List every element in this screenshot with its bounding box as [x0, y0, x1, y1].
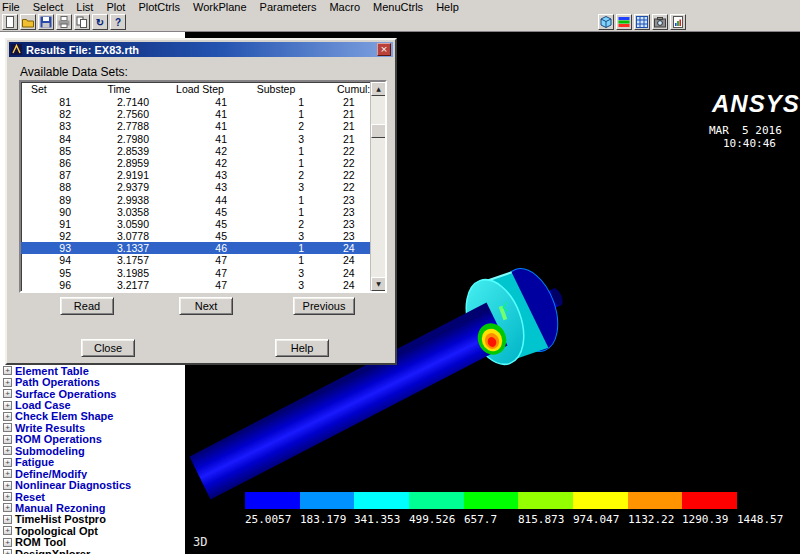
dataset-row[interactable]: 91 3.0590 45 2 23 — [21, 218, 370, 230]
cell-substep: 2 — [239, 120, 313, 132]
main-menu-item[interactable]: + Check Elem Shape — [1, 411, 185, 422]
report-icon[interactable] — [670, 14, 686, 30]
cell-substep: 1 — [239, 194, 313, 206]
close-button[interactable]: Close — [81, 339, 135, 357]
expand-plus-icon[interactable]: + — [3, 549, 12, 554]
scroll-down-icon[interactable]: ▼ — [371, 277, 386, 291]
main-menu-item[interactable]: + TimeHist Postpro — [1, 514, 185, 525]
dataset-row[interactable]: 81 2.7140 41 1 21 — [21, 96, 370, 108]
main-menu-item-label: Path Operations — [15, 376, 100, 387]
menu-item[interactable]: WorkPlane — [193, 1, 247, 13]
main-menu-item[interactable]: + Path Operations — [1, 376, 185, 387]
contour-plot-icon[interactable] — [616, 14, 632, 30]
legend-value-label: 657.7 — [464, 513, 497, 526]
dataset-row[interactable]: 90 3.0358 45 1 23 — [21, 206, 370, 218]
close-icon[interactable]: × — [377, 43, 391, 56]
main-menu-item[interactable]: + Define/Modify — [1, 468, 185, 479]
expand-plus-icon[interactable]: + — [3, 503, 12, 512]
dataset-row[interactable]: 86 2.8959 42 1 22 — [21, 157, 370, 169]
copy-icon[interactable] — [74, 14, 90, 30]
main-menu-item[interactable]: + ROM Tool — [1, 537, 185, 548]
expand-plus-icon[interactable]: + — [3, 423, 12, 432]
expand-plus-icon[interactable]: + — [3, 446, 12, 455]
expand-plus-icon[interactable]: + — [3, 515, 12, 524]
column-header: Time — [77, 82, 161, 96]
menu-item[interactable]: Macro — [329, 1, 360, 13]
menu-item[interactable]: PlotCtrls — [138, 1, 180, 13]
help-icon[interactable]: ? — [110, 14, 126, 30]
main-menu-item[interactable]: + Reset — [1, 491, 185, 502]
dataset-row[interactable]: 89 2.9938 44 1 23 — [21, 194, 370, 206]
next-button[interactable]: Next — [179, 297, 233, 315]
menu-item[interactable]: MenuCtrls — [373, 1, 423, 13]
menu-item[interactable]: Help — [436, 1, 459, 13]
main-menu-item[interactable]: + ROM Operations — [1, 434, 185, 445]
menu-item[interactable]: List — [76, 1, 93, 13]
dataset-row[interactable]: 82 2.7560 41 1 21 — [21, 108, 370, 120]
cell-load-step: 42 — [161, 157, 239, 169]
cell-time: 3.1757 — [77, 254, 161, 266]
expand-plus-icon[interactable]: + — [3, 378, 12, 387]
menu-item[interactable]: Parameters — [260, 1, 317, 13]
dataset-row[interactable]: 96 3.2177 47 3 24 — [21, 279, 370, 291]
scroll-up-icon[interactable]: ▲ — [371, 82, 386, 96]
list-scrollbar[interactable]: ▲ ▼ — [370, 82, 385, 291]
cell-load-step: 47 — [161, 279, 239, 291]
main-menu-item[interactable]: + Submodeling — [1, 445, 185, 456]
expand-plus-icon[interactable]: + — [3, 526, 12, 535]
column-header: Load Step — [161, 82, 239, 96]
main-menu-item[interactable]: + Surface Operations — [1, 388, 185, 399]
dataset-row[interactable]: 95 3.1985 47 3 24 — [21, 267, 370, 279]
main-menu-item[interactable]: + Manual Rezoning — [1, 502, 185, 513]
dataset-row[interactable]: 93 3.1337 46 1 24 — [21, 242, 370, 254]
main-menu-item[interactable]: + Nonlinear Diagnostics — [1, 479, 185, 490]
expand-plus-icon[interactable]: + — [3, 412, 12, 421]
expand-plus-icon[interactable]: + — [3, 458, 12, 467]
expand-plus-icon[interactable]: + — [3, 492, 12, 501]
cell-substep: 1 — [239, 157, 313, 169]
expand-plus-icon[interactable]: + — [3, 389, 12, 398]
refresh-icon[interactable]: ↻ — [92, 14, 108, 30]
expand-plus-icon[interactable]: + — [3, 538, 12, 547]
expand-plus-icon[interactable]: + — [3, 469, 12, 478]
menu-item[interactable]: Select — [33, 1, 64, 13]
iso-view-icon[interactable] — [598, 14, 614, 30]
dataset-row[interactable]: 83 2.7788 41 2 21 — [21, 120, 370, 132]
previous-button[interactable]: Previous — [293, 297, 355, 315]
menu-item[interactable]: File — [2, 1, 20, 13]
help-button[interactable]: Help — [275, 339, 329, 357]
main-menu-item-label: Manual Rezoning — [15, 502, 105, 513]
main-menu-item-label: Load Case — [15, 399, 71, 410]
read-button[interactable]: Read — [60, 297, 114, 315]
expand-plus-icon[interactable]: + — [3, 481, 12, 490]
main-menu-item[interactable]: + Fatigue — [1, 457, 185, 468]
main-menu-item[interactable]: + Load Case — [1, 399, 185, 410]
scrollbar-thumb[interactable] — [371, 124, 386, 138]
main-menu-item[interactable]: + DesignXplorer — [1, 548, 185, 554]
main-menu-item[interactable]: + Write Results — [1, 422, 185, 433]
expand-plus-icon[interactable]: + — [3, 366, 12, 375]
dataset-row[interactable]: 85 2.8539 42 1 22 — [21, 145, 370, 157]
expand-plus-icon[interactable]: + — [3, 401, 12, 410]
menu-item[interactable]: Plot — [106, 1, 125, 13]
capture-image-icon[interactable] — [652, 14, 668, 30]
dataset-row[interactable]: 94 3.1757 47 1 24 — [21, 254, 370, 266]
mesh-plot-icon[interactable] — [634, 14, 650, 30]
main-menu-item[interactable]: + Topological Opt — [1, 525, 185, 536]
dataset-row[interactable]: 88 2.9379 43 3 22 — [21, 181, 370, 193]
cell-load-step: 46 — [161, 242, 239, 254]
cell-cumulative: 23 — [313, 194, 370, 206]
save-icon[interactable] — [38, 14, 54, 30]
dialog-title-bar[interactable]: Results File: EX83.rth × — [9, 42, 393, 57]
dataset-row[interactable]: 84 2.7980 41 3 21 — [21, 133, 370, 145]
cell-load-step: 43 — [161, 181, 239, 193]
dataset-row[interactable]: 92 3.0778 45 3 23 — [21, 230, 370, 242]
open-file-icon[interactable] — [20, 14, 36, 30]
main-menu-item-label: ROM Operations — [15, 434, 102, 445]
print-icon[interactable] — [56, 14, 72, 30]
dataset-row[interactable]: 87 2.9191 43 2 22 — [21, 169, 370, 181]
cell-set: 85 — [21, 145, 77, 157]
main-menu-item[interactable]: + Element Table — [1, 365, 185, 376]
expand-plus-icon[interactable]: + — [3, 435, 12, 444]
new-file-icon[interactable] — [2, 14, 18, 30]
